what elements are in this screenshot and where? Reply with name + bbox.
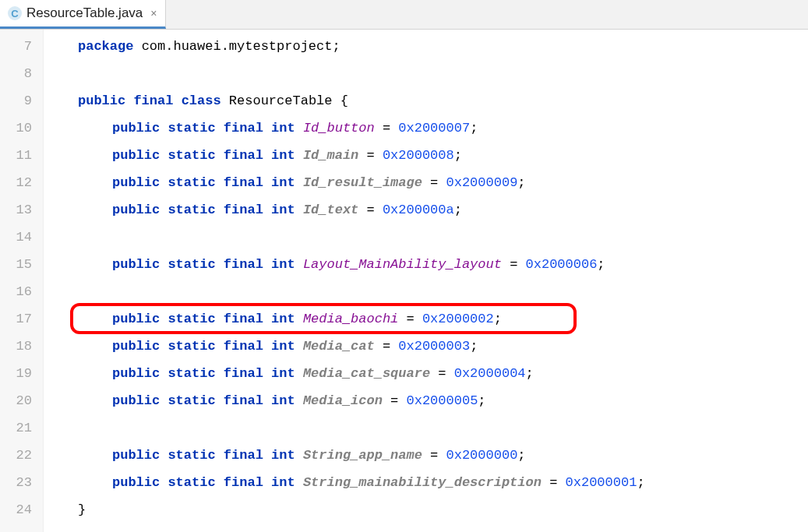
code-editor[interactable]: 789101112131415161718192021222324 packag… [0,30,808,532]
line-number: 7 [0,33,43,60]
token-fld-gray: Id_text [303,203,358,217]
token-kw: package [78,39,133,54]
token-num: 0x200000a [383,203,454,217]
token-op: = [438,366,446,381]
token-fld-gray: String_app_name [303,448,422,463]
code-line[interactable]: public static final int Id_text = 0x2000… [78,196,808,224]
line-number: 23 [0,469,43,496]
code-line[interactable]: public static final int Media_cat = 0x20… [78,333,808,360]
token-kw: public [112,393,160,408]
token-semi: ; [517,448,525,463]
code-line[interactable] [78,414,808,442]
token-semi: ; [470,339,478,354]
token-kw: final [224,148,263,163]
token-kw: static [168,257,215,272]
token-type: int [271,257,295,272]
token-num: 0x2000003 [398,339,470,354]
code-line[interactable]: public static final int Layout_MainAbili… [78,251,808,278]
token-semi: ; [517,175,525,190]
token-kw: final [224,312,263,326]
token-fld-gray: Media_cat [303,339,375,354]
line-number: 19 [0,360,43,387]
close-icon[interactable]: × [150,7,157,19]
token-kw: static [168,312,215,326]
token-semi: ; [332,39,340,54]
token-kw: static [168,121,215,136]
token-op: = [383,339,390,354]
token-kw: public [112,257,160,272]
line-number: 16 [0,278,43,305]
token-op: = [390,393,398,408]
token-semi: ; [470,121,478,136]
token-semi: ; [597,257,605,272]
token-fld: Layout_MainAbility_layout [303,257,502,272]
code-line[interactable]: public static final int Id_main = 0x2000… [78,142,808,169]
code-line[interactable] [78,60,808,87]
token-num: 0x2000000 [446,448,518,463]
code-line[interactable]: public static final int String_app_name … [78,442,808,469]
token-kw: public [112,203,160,217]
line-number: 11 [0,142,43,169]
token-kw: static [168,475,215,490]
token-kw: final [133,93,173,108]
token-kw: public [112,175,160,190]
token-kw: final [224,339,263,354]
token-kw: final [224,475,263,490]
code-line[interactable] [78,278,808,305]
code-line[interactable]: package com.huawei.mytestproject; [78,33,808,60]
code-line[interactable]: public static final int Media_icon = 0x2… [78,387,808,414]
code-line[interactable]: public static final int Media_cat_square… [78,360,808,387]
line-number: 20 [0,387,43,414]
token-num: 0x2000006 [526,257,598,272]
token-type: int [271,312,295,326]
token-fld-gray: String_mainability_description [303,475,542,490]
tab-resourcetable[interactable]: C ResourceTable.java × [0,0,166,29]
token-op: = [367,148,375,163]
token-type: int [271,203,295,217]
code-line[interactable]: } [78,496,808,523]
token-semi: ; [454,148,462,163]
code-line[interactable]: public static final int String_mainabili… [78,469,808,496]
token-semi: ; [454,203,462,217]
token-kw: static [168,339,215,354]
token-kw: static [168,393,215,408]
token-kw: final [224,175,263,190]
token-kw: class [182,93,221,108]
code-area[interactable]: package com.huawei.mytestproject;public … [44,30,808,532]
token-num: 0x2000002 [422,312,494,326]
token-fld-gray: Media_cat_square [303,366,430,381]
token-kw: final [224,448,263,463]
token-kw: final [224,257,263,272]
token-kw: public [112,121,160,136]
token-op: = [510,257,517,272]
code-line[interactable]: public final class ResourceTable { [78,87,808,115]
token-fld: Id_button [303,121,375,136]
token-kw: final [224,393,263,408]
token-fld-gray: Id_main [303,148,358,163]
line-number: 8 [0,60,43,87]
token-kw: static [168,148,215,163]
code-line[interactable]: public static final int Media_baochi = 0… [78,305,808,333]
token-num: 0x2000009 [446,175,518,190]
code-line[interactable]: public static final int Id_button = 0x20… [78,115,808,142]
line-number: 24 [0,496,43,523]
token-type: int [271,175,295,190]
token-type: int [271,339,295,354]
code-line[interactable]: public static final int Id_result_image … [78,169,808,196]
line-number-gutter: 789101112131415161718192021222324 [0,30,44,532]
token-fld: Media_baochi [303,312,398,326]
line-number: 12 [0,169,43,196]
token-num: 0x2000004 [454,366,526,381]
token-kw: final [224,121,263,136]
line-number: 22 [0,442,43,469]
line-number: 9 [0,87,43,115]
token-semi: ; [526,366,534,381]
token-kw: static [168,175,215,190]
token-type: int [271,121,295,136]
code-line[interactable] [78,224,808,251]
line-number: 17 [0,305,43,333]
token-op: = [367,203,375,217]
token-fld-gray: Id_result_image [303,175,422,190]
token-type: int [271,393,295,408]
token-op: = [549,475,557,490]
